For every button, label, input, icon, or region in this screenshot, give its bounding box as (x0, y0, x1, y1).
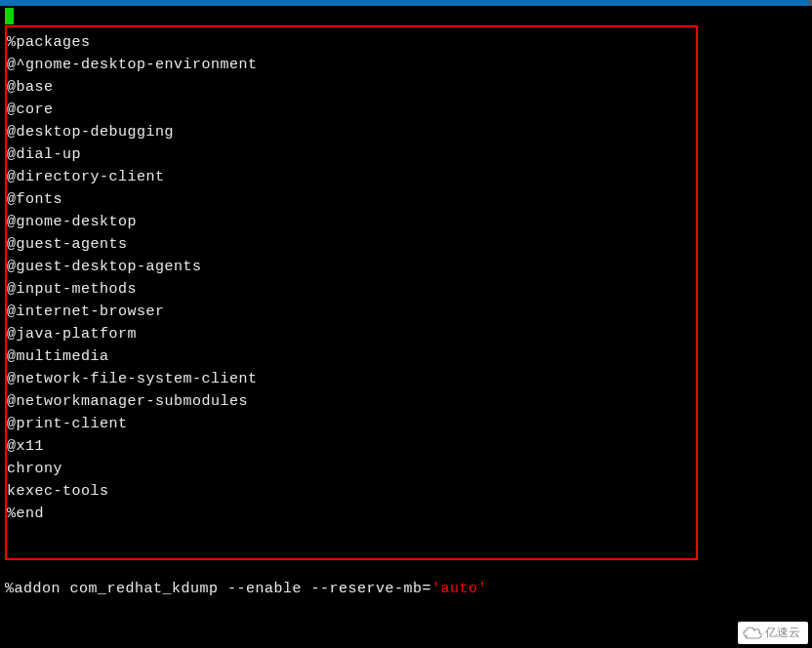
watermark-badge: 亿速云 (738, 622, 808, 644)
quote-char: ' (431, 581, 441, 597)
quote-char: ' (478, 581, 488, 597)
config-line: @^gnome-desktop-environment (7, 54, 696, 76)
config-line: @base (7, 76, 696, 99)
config-line: @dial-up (7, 143, 696, 166)
terminal-viewport[interactable]: %packages @^gnome-desktop-environment @b… (0, 6, 812, 602)
selection-highlight-box: %packages @^gnome-desktop-environment @b… (5, 25, 698, 560)
cloud-icon (742, 627, 761, 640)
config-line: @core (7, 99, 696, 121)
config-line: @guest-desktop-agents (7, 256, 696, 278)
terminal-cursor (5, 8, 14, 24)
config-line: @x11 (7, 435, 696, 458)
watermark-text: 亿速云 (765, 625, 800, 641)
config-line: @guest-agents (7, 233, 696, 256)
addon-command-text: %addon com_redhat_kdump --enable --reser… (5, 581, 431, 597)
config-line: @desktop-debugging (7, 121, 696, 143)
config-line: @gnome-desktop (7, 211, 696, 233)
config-line: %packages (7, 31, 696, 54)
config-line: kexec-tools (7, 480, 696, 503)
config-line: @directory-client (7, 166, 696, 188)
config-line: @internet-browser (7, 301, 696, 323)
addon-config-line: %addon com_redhat_kdump --enable --reser… (5, 578, 807, 600)
config-line: @java-platform (7, 323, 696, 345)
config-line: @networkmanager-submodules (7, 390, 696, 413)
config-line: @fonts (7, 188, 696, 211)
config-line: @multimedia (7, 345, 696, 368)
config-line: @input-methods (7, 278, 696, 301)
config-line: @network-file-system-client (7, 368, 696, 390)
config-line: %end (7, 503, 696, 525)
addon-reserve-value: auto (441, 581, 478, 597)
config-line: @print-client (7, 413, 696, 435)
config-line: chrony (7, 458, 696, 480)
